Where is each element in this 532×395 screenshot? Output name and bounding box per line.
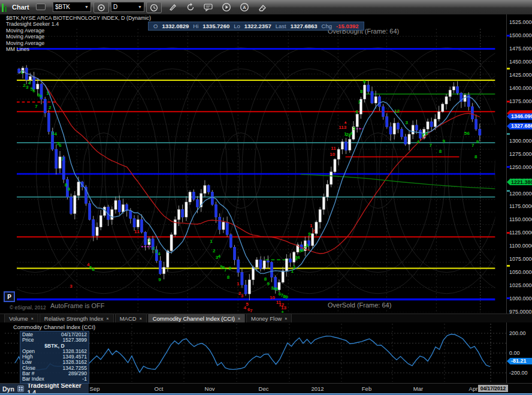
count-green: 1 — [210, 239, 213, 244]
axis-label: 1375.0000 — [509, 98, 532, 104]
count-green: 4 — [297, 255, 300, 261]
count-red: 3 — [241, 293, 244, 298]
symbol-lookup-button[interactable] — [93, 2, 109, 13]
count-green: 8 — [360, 89, 363, 94]
play-button[interactable] — [219, 2, 234, 12]
tab-macd[interactable]: MACD× — [115, 313, 147, 322]
chg-value: -15.0392 — [336, 23, 359, 29]
pointer-mode-badge[interactable]: P — [4, 291, 15, 302]
candle — [289, 259, 291, 263]
candle — [214, 204, 217, 217]
axis-label: 1100.0000 — [509, 243, 532, 249]
candle — [163, 267, 165, 274]
count-green: 2 — [292, 264, 295, 270]
candle — [167, 251, 169, 267]
tab-cci[interactable]: Commodity Channel Index (CCI)× — [148, 313, 245, 322]
candle — [344, 141, 347, 150]
candle — [334, 159, 336, 172]
candle — [374, 97, 377, 103]
candle — [182, 210, 184, 218]
page-link-badge-icon[interactable] — [36, 4, 46, 10]
count-red: 11 — [331, 146, 336, 151]
tab-rsi[interactable]: Relative Strength Index× — [40, 313, 114, 322]
draw-pencil-button[interactable] — [165, 2, 180, 12]
candle — [55, 149, 58, 168]
candle — [363, 85, 365, 99]
note-button[interactable] — [201, 2, 216, 12]
count-green: 1 — [20, 70, 23, 75]
candle — [349, 139, 351, 150]
price-tag: 1327.6863 — [507, 123, 532, 129]
candle — [89, 204, 91, 220]
count-green: 8 — [439, 149, 442, 154]
candle — [244, 285, 247, 294]
window-title[interactable]: Chart — [12, 2, 29, 12]
candle — [371, 92, 373, 103]
candle — [77, 182, 80, 196]
candle — [408, 134, 410, 144]
candle — [37, 84, 39, 89]
candle — [312, 234, 314, 246]
candle — [419, 130, 422, 138]
count-green: 9 — [267, 281, 270, 287]
close-icon[interactable]: × — [238, 316, 240, 321]
count-green: 9 — [308, 231, 311, 237]
time-axis-row[interactable]: Dyn Tradesight Seeker 1.4 04/17/2012 Sep… — [0, 383, 532, 394]
main-chart-panel[interactable]: 1234567891234567895612349123456789893456… — [0, 14, 532, 313]
candle — [457, 86, 459, 93]
candle — [427, 122, 429, 129]
high-label: Hi — [193, 23, 198, 29]
count-green: 6 — [59, 143, 62, 148]
autoframe-status: AutoFrame is OFF — [50, 302, 104, 309]
close-icon[interactable]: × — [107, 316, 109, 321]
price-axis[interactable]: 1525.00001500.00001475.00001450.00001425… — [506, 14, 532, 313]
price-tag: 1221.3802 — [507, 179, 532, 185]
close-icon[interactable]: × — [285, 316, 287, 321]
ohlc-quote-bar: O 1332.0829 Hi 1335.7260 Lo 1322.2357 La… — [148, 22, 364, 31]
interval-input[interactable]: D▼ — [111, 2, 144, 12]
price-chart-canvas[interactable]: 1234567891234567895612349123456789893456… — [0, 29, 532, 328]
close-icon[interactable]: × — [140, 316, 142, 321]
candle — [74, 195, 76, 213]
count-green: 7 — [35, 104, 38, 109]
candle — [479, 129, 481, 135]
candle — [229, 234, 232, 247]
copyright: © eSignal, 2012 — [10, 304, 46, 310]
axis-tick — [507, 101, 510, 102]
candle — [226, 222, 228, 235]
symbol-input[interactable]: $BTK▼ — [53, 2, 91, 12]
candles — [18, 68, 481, 294]
data-window-tooltip: Date04/17/2012 Price1527.3899 $BTK, D Op… — [20, 331, 89, 384]
open-value: 1332.0829 — [162, 23, 189, 29]
count-green: 4 — [28, 80, 31, 86]
tab-volume[interactable]: Volume× — [4, 313, 38, 322]
candle — [96, 227, 98, 236]
count-green: 7 — [430, 143, 433, 148]
candle — [378, 97, 380, 107]
cci-axis[interactable]: 200.000.00-200.00-81.21 — [506, 322, 532, 383]
time-interval-button[interactable] — [146, 2, 162, 13]
candle — [33, 77, 35, 89]
dynamic-mode-button[interactable]: Dyn — [2, 385, 14, 393]
eraser-button[interactable] — [255, 2, 270, 12]
count-green: 3 — [405, 120, 408, 125]
candle — [270, 263, 273, 278]
app-grid-icon — [17, 385, 25, 392]
play-circle-icon — [222, 2, 231, 12]
tab-money-flow[interactable]: Money Flow× — [246, 313, 292, 322]
candle — [367, 85, 370, 92]
candle — [389, 126, 392, 134]
axis-label: 1400.0000 — [509, 85, 532, 91]
count-red: 10 — [330, 152, 335, 157]
candle — [189, 192, 191, 202]
auto-button[interactable]: A — [237, 2, 252, 12]
close-icon[interactable]: × — [31, 316, 34, 321]
axis-label: 1075.0000 — [509, 256, 532, 262]
candle — [326, 185, 328, 197]
month-label: Dec — [259, 385, 269, 392]
count-green: 5 — [422, 132, 425, 138]
refresh-button[interactable] — [183, 2, 198, 12]
count-green: 8 — [306, 243, 309, 248]
candle — [442, 104, 444, 112]
count-red: 2 — [312, 228, 315, 234]
